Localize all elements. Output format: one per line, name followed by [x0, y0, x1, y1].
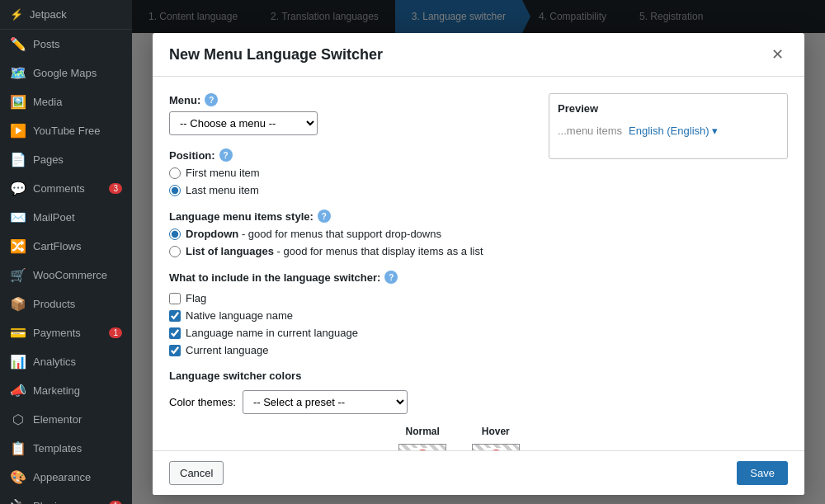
- cancel-button[interactable]: Cancel: [169, 461, 224, 485]
- color-swatch-hover-0[interactable]: 🚫: [472, 444, 520, 450]
- modal-dialog: New Menu Language Switcher ✕ Menu: ? -- …: [153, 33, 804, 495]
- include-current-lang-name-item[interactable]: Language name in current language: [169, 327, 532, 339]
- position-radio-group: First menu item Last menu item: [169, 167, 532, 196]
- sidebar-item-templates[interactable]: 📋 Templates: [0, 434, 132, 463]
- preview-box: Preview ...menu items English (English) …: [549, 93, 788, 159]
- sidebar-item-label-youtube-free: YouTube Free: [33, 125, 100, 137]
- include-help-icon[interactable]: ?: [384, 271, 398, 284]
- modal-header: New Menu Language Switcher ✕: [153, 33, 804, 77]
- sidebar-item-elementor[interactable]: ⬡ Elementor: [0, 405, 132, 434]
- include-checkbox-group: Flag Native language name Language name …: [169, 292, 532, 356]
- position-first-label: First menu item: [186, 167, 260, 179]
- sidebar-item-products[interactable]: 📦 Products: [0, 290, 132, 318]
- position-last-label: Last menu item: [186, 184, 259, 196]
- comments-icon: 💬: [10, 181, 26, 196]
- include-current-lang-checkbox[interactable]: [169, 345, 181, 356]
- menu-select[interactable]: -- Choose a menu --: [169, 111, 318, 135]
- sidebar-item-appearance[interactable]: 🎨 Appearance: [0, 463, 132, 492]
- main-content: 1. Content language2. Translation langua…: [132, 0, 825, 504]
- save-button[interactable]: Save: [737, 461, 788, 485]
- color-table: Normal Hover Current language font color…: [169, 422, 532, 450]
- modal-title: New Menu Language Switcher: [169, 46, 383, 64]
- sidebar-item-label-templates: Templates: [33, 442, 82, 455]
- colors-row: Language switcher colors Color themes: -…: [169, 370, 532, 450]
- include-row: What to include in the language switcher…: [169, 271, 532, 356]
- include-current-lang-name-checkbox[interactable]: [169, 327, 181, 339]
- modal-body: Menu: ? -- Choose a menu -- Position: ?: [153, 77, 804, 450]
- youtube-free-icon: ▶️: [10, 123, 26, 139]
- jetpack-icon: ⚡: [10, 8, 23, 21]
- badge-plugins: 1: [109, 501, 122, 504]
- woocommerce-icon: 🛒: [10, 267, 26, 283]
- position-first-radio[interactable]: [169, 167, 181, 179]
- sidebar-item-pages[interactable]: 📄 Pages: [0, 145, 132, 174]
- sidebar-item-label-posts: Posts: [33, 38, 60, 50]
- position-first-item[interactable]: First menu item: [169, 167, 532, 179]
- preview-content: ...menu items English (English) ▾: [558, 125, 779, 137]
- include-native-name-item[interactable]: Native language name: [169, 309, 532, 322]
- marketing-icon: 📣: [10, 383, 26, 398]
- position-last-radio[interactable]: [169, 185, 181, 196]
- modal-footer: Cancel Save: [153, 450, 804, 495]
- sidebar-item-payments[interactable]: 💳 Payments 1: [0, 318, 132, 347]
- sidebar-item-marketing[interactable]: 📣 Marketing: [0, 376, 132, 405]
- sidebar-item-label-comments: Comments: [33, 182, 85, 195]
- include-current-lang-label: Current language: [186, 344, 268, 356]
- sidebar-item-youtube-free[interactable]: ▶️ YouTube Free: [0, 116, 132, 145]
- style-list-radio[interactable]: [169, 246, 181, 257]
- include-native-name-checkbox[interactable]: [169, 310, 181, 322]
- style-row: Language menu items style: ? Dropdown - …: [169, 210, 532, 257]
- sidebar-item-plugins[interactable]: 🔌 Plugins 1: [0, 492, 132, 504]
- position-label: Position: ?: [169, 148, 532, 162]
- colors-title: Language switcher colors: [169, 370, 532, 382]
- include-title: What to include in the language switcher…: [169, 271, 532, 284]
- preview-lang-arrow: ▾: [712, 125, 718, 137]
- sidebar-item-label-appearance: Appearance: [33, 471, 91, 483]
- posts-icon: ✏️: [10, 36, 26, 52]
- modal-close-button[interactable]: ✕: [767, 45, 788, 64]
- style-dropdown-item[interactable]: Dropdown - good for menus that support d…: [169, 228, 532, 240]
- sidebar-item-mailpoet[interactable]: ✉️ MailPoet: [0, 203, 132, 232]
- sidebar-item-label-analytics: Analytics: [33, 356, 76, 368]
- sidebar-item-comments[interactable]: 💬 Comments 3: [0, 174, 132, 203]
- mailpoet-icon: ✉️: [10, 210, 26, 225]
- style-radio-group: Dropdown - good for menus that support d…: [169, 228, 532, 257]
- include-flag-checkbox[interactable]: [169, 293, 181, 304]
- preview-lang-select[interactable]: English (English) ▾: [629, 125, 718, 137]
- sidebar-item-analytics[interactable]: 📊 Analytics: [0, 347, 132, 376]
- style-dropdown-radio[interactable]: [169, 228, 181, 240]
- position-help-icon[interactable]: ?: [219, 148, 233, 162]
- payments-icon: 💳: [10, 325, 26, 341]
- sidebar-item-posts[interactable]: ✏️ Posts: [0, 30, 132, 59]
- modal-left-column: Menu: ? -- Choose a menu -- Position: ?: [169, 93, 532, 434]
- include-current-lang-item[interactable]: Current language: [169, 344, 532, 356]
- sidebar-logo-label: Jetpack: [30, 8, 67, 21]
- sidebar-logo[interactable]: ⚡ Jetpack: [0, 0, 132, 30]
- sidebar-item-woocommerce[interactable]: 🛒 WooCommerce: [0, 261, 132, 290]
- sidebar-item-label-plugins: Plugins: [33, 500, 68, 504]
- sidebar-item-label-elementor: Elementor: [33, 413, 82, 426]
- sidebar-item-google-maps[interactable]: 🗺️ Google Maps: [0, 59, 132, 87]
- include-current-lang-name-label: Language name in current language: [186, 327, 358, 339]
- style-list-item[interactable]: List of languages - good for menus that …: [169, 245, 532, 257]
- products-icon: 📦: [10, 296, 26, 312]
- include-native-name-label: Native language name: [186, 309, 293, 322]
- position-row: Position: ? First menu item Last menu it…: [169, 148, 532, 196]
- color-swatch-normal-0[interactable]: 🚫: [398, 444, 446, 450]
- style-help-icon[interactable]: ?: [318, 210, 331, 223]
- analytics-icon: 📊: [10, 354, 26, 370]
- col-hover-header: Hover: [459, 422, 532, 440]
- sidebar-item-label-media: Media: [33, 96, 62, 108]
- include-flag-item[interactable]: Flag: [169, 292, 532, 304]
- menu-help-icon[interactable]: ?: [205, 93, 218, 106]
- templates-icon: 📋: [10, 440, 26, 456]
- color-theme-select[interactable]: -- Select a preset --: [243, 390, 408, 414]
- color-row-0: Current language font color 🚫 🚫: [169, 440, 532, 450]
- include-flag-label: Flag: [186, 292, 206, 304]
- modal-right-column: Preview ...menu items English (English) …: [549, 93, 788, 434]
- sidebar-item-cartflows[interactable]: 🔀 CartFlows: [0, 232, 132, 261]
- position-last-item[interactable]: Last menu item: [169, 184, 532, 196]
- google-maps-icon: 🗺️: [10, 65, 26, 81]
- style-dropdown-label: Dropdown - good for menus that support d…: [186, 228, 441, 240]
- sidebar-item-media[interactable]: 🖼️ Media: [0, 87, 132, 116]
